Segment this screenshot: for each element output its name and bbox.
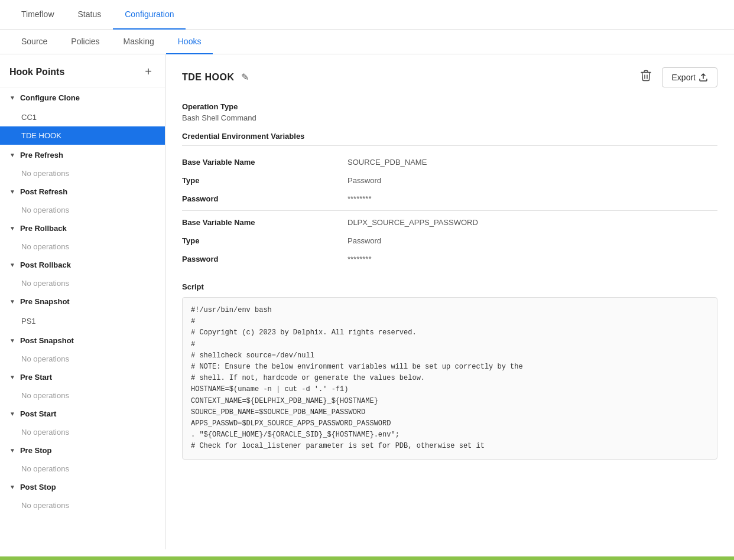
hook-section-pre-snapshot: ▼ Pre Snapshot PS1 [0, 291, 165, 330]
post-start-header[interactable]: ▼ Post Start [0, 403, 165, 424]
cred-type-row-1: Type Password [182, 171, 717, 190]
hook-section-pre-rollback: ▼ Pre Rollback No operations [0, 218, 165, 255]
credential-2: Base Variable Name DLPX_SOURCE_APPS_PASS… [182, 213, 717, 268]
sidebar: Hook Points + ▼ Configure Clone CC1 TDE … [0, 54, 165, 549]
chevron-down-icon: ▼ [9, 484, 15, 490]
sidebar-title: Hook Points [9, 67, 64, 77]
cred-password-row-2: Password ******** [182, 250, 717, 268]
hook-section-pre-refresh: ▼ Pre Refresh No operations [0, 145, 165, 181]
pre-start-header[interactable]: ▼ Pre Start [0, 367, 165, 388]
operation-type-section: Operation Type Bash Shell Command [182, 102, 717, 122]
pre-refresh-no-ops: No operations [0, 165, 165, 181]
chevron-down-icon: ▼ [9, 374, 15, 380]
credentials-section: Credential Environment Variables Base Va… [182, 132, 717, 268]
cred-password-label-2: Password [182, 250, 347, 268]
pre-stop-label: Pre Stop [20, 446, 51, 455]
sidebar-header: Hook Points + [0, 54, 165, 87]
hook-section-configure-clone: ▼ Configure Clone CC1 TDE HOOK [0, 87, 165, 145]
cred-type-label-1: Type [182, 171, 347, 190]
cred-type-row-2: Type Password [182, 232, 717, 250]
post-rollback-no-ops: No operations [0, 275, 165, 291]
post-stop-label: Post Stop [20, 483, 56, 491]
pre-snapshot-label: Pre Snapshot [20, 297, 70, 306]
pre-stop-no-ops: No operations [0, 461, 165, 477]
export-label: Export [672, 73, 696, 82]
cred-base-var-row-1: Base Variable Name SOURCE_PDB_NAME [182, 153, 717, 171]
sub-tabs: Source Policies Masking Hooks [0, 30, 734, 54]
delete-hook-button[interactable] [635, 66, 657, 88]
post-refresh-no-ops: No operations [0, 202, 165, 218]
tab-timeflow[interactable]: Timeflow [9, 0, 66, 30]
hook-name: TDE HOOK [182, 72, 234, 83]
cred-base-var-label-2: Base Variable Name [182, 213, 347, 232]
configure-clone-header[interactable]: ▼ Configure Clone [0, 87, 165, 108]
pre-start-label: Pre Start [20, 373, 52, 382]
add-hook-button[interactable]: + [141, 64, 155, 80]
hook-item-ps1[interactable]: PS1 [0, 312, 165, 330]
edit-hook-button[interactable]: ✎ [239, 69, 251, 85]
chevron-down-icon: ▼ [9, 298, 15, 305]
pre-refresh-label: Pre Refresh [20, 151, 63, 159]
hook-section-post-rollback: ▼ Post Rollback No operations [0, 255, 165, 291]
script-content[interactable]: #!/usr/bin/env bash # # Copyright (c) 20… [182, 297, 717, 460]
post-snapshot-no-ops: No operations [0, 351, 165, 367]
tab-status[interactable]: Status [66, 0, 113, 30]
cred-base-var-row-2: Base Variable Name DLPX_SOURCE_APPS_PASS… [182, 213, 717, 232]
hook-section-post-start: ▼ Post Start No operations [0, 403, 165, 440]
hook-section-post-stop: ▼ Post Stop No operations [0, 477, 165, 513]
main-panel: TDE HOOK ✎ Export [165, 54, 734, 549]
post-snapshot-header[interactable]: ▼ Post Snapshot [0, 330, 165, 351]
hook-section-pre-start: ▼ Pre Start No operations [0, 367, 165, 403]
cred-type-value-1: Password [347, 171, 717, 190]
post-start-no-ops: No operations [0, 424, 165, 440]
content-area: Hook Points + ▼ Configure Clone CC1 TDE … [0, 54, 734, 549]
chevron-down-icon: ▼ [9, 225, 15, 232]
pre-rollback-header[interactable]: ▼ Pre Rollback [0, 218, 165, 239]
pre-rollback-no-ops: No operations [0, 239, 165, 255]
hook-actions: Export [635, 66, 717, 88]
credential-divider [182, 210, 717, 211]
post-rollback-label: Post Rollback [20, 261, 71, 269]
post-start-label: Post Start [20, 409, 56, 418]
chevron-down-icon: ▼ [9, 337, 15, 344]
post-stop-no-ops: No operations [0, 497, 165, 513]
post-refresh-header[interactable]: ▼ Post Refresh [0, 181, 165, 202]
chevron-down-icon: ▼ [9, 152, 15, 158]
cred-type-label-2: Type [182, 232, 347, 250]
cred-password-row-1: Password ******** [182, 190, 717, 208]
bottom-status-bar [0, 556, 734, 560]
chevron-down-icon: ▼ [9, 447, 15, 454]
script-label: Script [182, 282, 717, 291]
export-button[interactable]: Export [662, 67, 717, 87]
post-stop-header[interactable]: ▼ Post Stop [0, 477, 165, 497]
chevron-down-icon: ▼ [9, 95, 15, 101]
tab-configuration[interactable]: Configuration [113, 0, 186, 30]
hook-section-post-snapshot: ▼ Post Snapshot No operations [0, 330, 165, 367]
chevron-down-icon: ▼ [9, 262, 15, 268]
configure-clone-label: Configure Clone [20, 93, 80, 102]
pre-snapshot-header[interactable]: ▼ Pre Snapshot [0, 291, 165, 312]
operation-type-value: Bash Shell Command [182, 113, 717, 122]
pre-refresh-header[interactable]: ▼ Pre Refresh [0, 145, 165, 165]
tab-masking[interactable]: Masking [112, 30, 166, 54]
pre-start-no-ops: No operations [0, 388, 165, 403]
chevron-down-icon: ▼ [9, 411, 15, 417]
tab-hooks[interactable]: Hooks [166, 30, 213, 54]
cred-password-value-1: ******** [347, 190, 717, 208]
credential-1: Base Variable Name SOURCE_PDB_NAME Type … [182, 153, 717, 208]
hook-item-tde-hook[interactable]: TDE HOOK [0, 126, 165, 145]
hook-name-row: TDE HOOK ✎ [182, 69, 251, 85]
cred-base-var-label-1: Base Variable Name [182, 153, 347, 171]
hook-item-cc1[interactable]: CC1 [0, 108, 165, 126]
credentials-title: Credential Environment Variables [182, 132, 717, 146]
post-snapshot-label: Post Snapshot [20, 336, 74, 345]
pre-rollback-label: Pre Rollback [20, 224, 67, 233]
hook-section-post-refresh: ▼ Post Refresh No operations [0, 181, 165, 218]
tab-policies[interactable]: Policies [59, 30, 111, 54]
script-section: Script #!/usr/bin/env bash # # Copyright… [182, 282, 717, 460]
tab-source[interactable]: Source [9, 30, 59, 54]
top-tabs: Timeflow Status Configuration [0, 0, 734, 30]
post-rollback-header[interactable]: ▼ Post Rollback [0, 255, 165, 275]
pre-stop-header[interactable]: ▼ Pre Stop [0, 440, 165, 461]
hook-section-pre-stop: ▼ Pre Stop No operations [0, 440, 165, 477]
